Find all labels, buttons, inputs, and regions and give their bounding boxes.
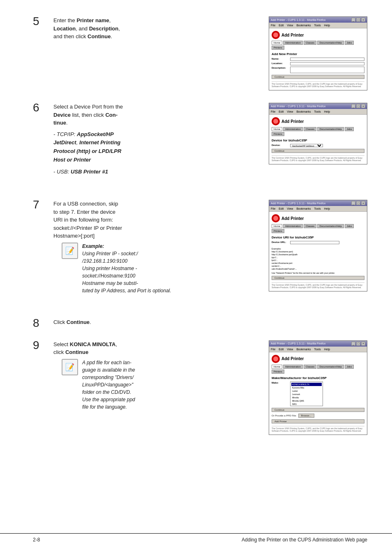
cups-tab-printers-9[interactable]: Printers	[272, 370, 284, 374]
cups-tab-classes[interactable]: Classes	[304, 41, 316, 45]
menu-edit-7[interactable]: Edit	[279, 207, 284, 210]
maximize-btn-5[interactable]: □	[356, 18, 360, 22]
cups-continue-btn-5[interactable]: Continue	[272, 75, 364, 79]
step-6-block: 6 Select a Device Port from the Device l…	[33, 103, 367, 187]
cups-list-make[interactable]: KONICA MINOLTA Kyocera Mita Lanier Lexma…	[290, 382, 323, 406]
menu-help[interactable]: Help	[324, 24, 330, 27]
menu-view-9[interactable]: View	[287, 348, 293, 351]
cups-tab-home-9[interactable]: Home	[272, 365, 282, 369]
cups-tab-printers-6[interactable]: Printers	[272, 132, 284, 136]
menu-tools-9[interactable]: Tools	[314, 348, 321, 351]
cups-tab-classes-6[interactable]: Classes	[304, 127, 316, 131]
cups-tab-printers-7[interactable]: Printers	[272, 229, 284, 233]
menu-view[interactable]: View	[287, 24, 293, 27]
cups-continue-btn-6[interactable]: Continue	[272, 149, 364, 153]
menu-file[interactable]: File	[271, 24, 275, 27]
menu-view-6[interactable]: View	[287, 110, 293, 113]
add-printer-btn-9[interactable]: Add Printer	[272, 419, 364, 423]
note-text-9: A ppd file for each lan- guage is availa…	[82, 359, 135, 411]
menu-tools-6[interactable]: Tools	[314, 110, 321, 113]
menu-edit-6[interactable]: Edit	[279, 110, 284, 113]
cups-footer-9: The Common UNIX Printing System, CUPS, a…	[272, 426, 364, 432]
cups-example-6: socket://hostname:port	[272, 262, 364, 264]
browser-content-9: Add Printer Home Administration Classes …	[269, 352, 367, 435]
cups-list-item-minolta-qms[interactable]: Minolta QMS	[291, 399, 322, 402]
cups-url-input[interactable]	[290, 241, 339, 244]
cups-section-title-7: Device URI for bizhubC35P	[272, 236, 364, 239]
minimize-btn-9[interactable]: _	[351, 342, 355, 346]
cups-continue-btn-7[interactable]: Continue	[272, 276, 364, 280]
step-8-text: Click Continue.	[53, 318, 367, 326]
menu-help-9[interactable]: Help	[324, 348, 330, 351]
cups-tab-printers[interactable]: Printers	[272, 46, 284, 50]
cups-tab-home[interactable]: Home	[272, 41, 282, 45]
browse-btn[interactable]: Browse...	[298, 414, 314, 418]
cups-tab-jobs[interactable]: Jobs	[345, 41, 354, 45]
cups-tab-documentation[interactable]: Documentation/Help	[317, 41, 344, 45]
menu-edit-9[interactable]: Edit	[279, 348, 284, 351]
browser-controls-6[interactable]: _ □ ×	[351, 104, 365, 108]
menu-help-7[interactable]: Help	[324, 207, 330, 210]
minimize-btn-6[interactable]: _	[351, 104, 355, 108]
cups-list-item-minolta[interactable]: Minolta	[291, 396, 322, 399]
step-6-text: Select a Device Port from the Device lis…	[53, 103, 261, 127]
close-btn-7[interactable]: ×	[361, 201, 365, 205]
step-8-block: 8 Click Continue.	[33, 318, 367, 329]
close-btn-6[interactable]: ×	[361, 104, 365, 108]
cups-list-item-nrg[interactable]: NRG	[291, 402, 322, 406]
maximize-btn-9[interactable]: □	[356, 342, 360, 346]
cups-tab-admin-7[interactable]: Administration	[283, 224, 303, 228]
menu-tools[interactable]: Tools	[314, 24, 321, 27]
maximize-btn-7[interactable]: □	[356, 201, 360, 205]
cups-input-desc[interactable]	[290, 67, 364, 73]
cups-tab-classes-9[interactable]: Classes	[304, 365, 316, 369]
menu-bookmarks[interactable]: Bookmarks	[296, 24, 311, 27]
cups-tab-home-7[interactable]: Home	[272, 224, 282, 228]
minimize-btn-7[interactable]: _	[351, 201, 355, 205]
cups-list-item-lanier[interactable]: Lanier	[291, 389, 322, 393]
cups-tab-jobs-9[interactable]: Jobs	[345, 365, 354, 369]
step-6-screenshot: Add Printer - CUPS 1.3.11 - Mozilla Fire…	[269, 103, 367, 164]
browser-controls-5[interactable]: _ □ ×	[351, 18, 365, 22]
maximize-btn-6[interactable]: □	[356, 104, 360, 108]
menu-bookmarks-6[interactable]: Bookmarks	[296, 110, 311, 113]
cups-footer-7: The Common UNIX Printing System, CUPS, a…	[272, 282, 364, 289]
step-7-left: 7 For a USB connection, skip to step 7. …	[33, 200, 261, 306]
browser-controls-7[interactable]: _ □ ×	[351, 201, 365, 205]
cups-tab-home-6[interactable]: Home	[272, 127, 282, 131]
cups-list-item-oki[interactable]: OKI	[291, 406, 322, 406]
cups-tab-documentation-7[interactable]: Documentation/Help	[317, 224, 344, 228]
menu-bookmarks-7[interactable]: Bookmarks	[296, 207, 311, 210]
cups-tab-jobs-6[interactable]: Jobs	[345, 127, 354, 131]
cups-tab-admin[interactable]: Administration	[283, 41, 303, 45]
menu-file-6[interactable]: File	[271, 110, 275, 113]
cups-tab-documentation-6[interactable]: Documentation/Help	[317, 127, 344, 131]
cups-list-item-kyocera[interactable]: Kyocera Mita	[291, 386, 322, 389]
menu-view-7[interactable]: View	[287, 207, 293, 210]
menu-tools-7[interactable]: Tools	[314, 207, 321, 210]
cups-input-location[interactable]	[290, 62, 364, 65]
menu-bookmarks-9[interactable]: Bookmarks	[296, 348, 311, 351]
cups-continue-btn-9[interactable]: Continue	[272, 408, 364, 412]
cups-input-name[interactable]	[290, 58, 364, 61]
menu-edit[interactable]: Edit	[279, 24, 284, 27]
browser-window-7: Add Printer - CUPS 1.3.11 - Mozilla Fire…	[269, 200, 367, 291]
cups-list-item-lexmark[interactable]: Lexmark	[291, 393, 322, 396]
close-btn-9[interactable]: ×	[361, 342, 365, 346]
cups-tab-admin-6[interactable]: Administration	[283, 127, 303, 131]
step-9-content: Select KONICA MINOLTA, click Continue A …	[49, 340, 261, 411]
menu-help-6[interactable]: Help	[324, 110, 330, 113]
cups-select-device[interactable]: AppSocket/HP JetDirect Internet Printing…	[290, 144, 323, 147]
cups-tab-classes-7[interactable]: Classes	[304, 224, 316, 228]
cups-note-partners: Use "Network Printers" list for this con…	[272, 272, 364, 274]
cups-tab-documentation-9[interactable]: Documentation/Help	[317, 365, 344, 369]
cups-footer-5: The Common UNIX Printing System, CUPS, a…	[272, 81, 364, 88]
cups-tab-admin-9[interactable]: Administration	[283, 365, 303, 369]
close-btn-5[interactable]: ×	[361, 18, 365, 22]
menu-file-7[interactable]: File	[271, 207, 275, 210]
browser-controls-9[interactable]: _ □ ×	[351, 342, 365, 346]
menu-file-9[interactable]: File	[271, 348, 275, 351]
cups-list-item-konica[interactable]: KONICA MINOLTA	[291, 383, 322, 386]
cups-tab-jobs-7[interactable]: Jobs	[345, 224, 354, 228]
minimize-btn-5[interactable]: _	[351, 18, 355, 22]
